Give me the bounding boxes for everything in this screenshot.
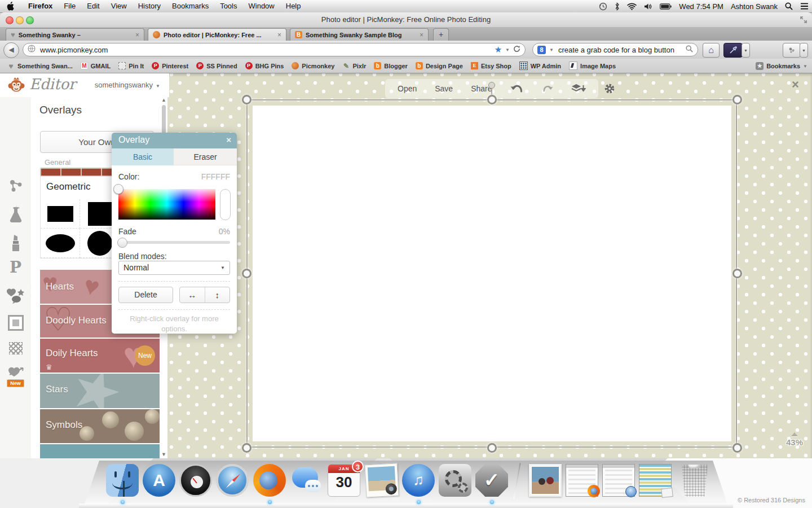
search-input[interactable]: [557, 45, 682, 55]
redo-icon[interactable]: [542, 85, 553, 93]
zoom-indicator[interactable]: 43%: [781, 432, 808, 447]
bookmark-pin-it[interactable]: Pin It: [114, 62, 148, 69]
back-button[interactable]: ◀: [3, 42, 19, 58]
menu-edit[interactable]: Edit: [81, 0, 105, 12]
tab-close-icon[interactable]: ×: [277, 31, 281, 39]
wifi-icon[interactable]: [627, 3, 637, 10]
bookmark-blogger[interactable]: bBlogger: [370, 62, 412, 69]
notification-center-icon[interactable]: [800, 3, 809, 10]
themes-tool-icon[interactable]: [0, 366, 31, 379]
zoom-expand-icon[interactable]: [791, 432, 798, 436]
spotlight-icon[interactable]: [785, 2, 793, 10]
bookmark-ss-pinned[interactable]: PSS Pinned: [192, 62, 241, 69]
text-tool-icon[interactable]: P: [0, 260, 31, 275]
dock-safari-icon[interactable]: [216, 464, 249, 497]
color-picker-handle[interactable]: [113, 184, 123, 194]
panel-scroll-down-icon[interactable]: ▼: [161, 452, 166, 457]
home-button[interactable]: ⌂: [703, 43, 720, 58]
fade-slider[interactable]: [118, 241, 230, 244]
flip-horizontal-button[interactable]: ↔: [180, 287, 205, 303]
tab-close-icon[interactable]: ×: [420, 31, 423, 39]
bookmark-design-page[interactable]: bDesign Page: [412, 62, 467, 69]
tab-close-icon[interactable]: ×: [135, 31, 139, 39]
dock-dashboard-icon[interactable]: [179, 464, 212, 497]
url-input[interactable]: [39, 45, 491, 55]
bookmark-pinterest[interactable]: PPinterest: [148, 62, 192, 69]
dock-system-preferences-icon[interactable]: [439, 464, 471, 497]
color-preview-bar[interactable]: [220, 189, 231, 220]
dock-calendar-icon[interactable]: JAN 30 3: [328, 464, 360, 497]
shape-rectangle[interactable]: [41, 199, 80, 229]
dock-messages-icon[interactable]: [290, 464, 323, 497]
undo-icon[interactable]: [510, 84, 524, 94]
google-search-engine-icon[interactable]: 8: [537, 46, 546, 54]
settings-gear-icon[interactable]: [604, 83, 615, 94]
addon-colorzilla-button[interactable]: [723, 43, 743, 58]
effects-flask-tool-icon[interactable]: [0, 206, 31, 224]
dock-minimized-photo[interactable]: [529, 464, 562, 497]
shape-ellipse[interactable]: [41, 229, 80, 258]
resize-handle-nw[interactable]: [242, 95, 251, 104]
addon-pin-button[interactable]: [783, 43, 801, 58]
bookmark-etsy-shop[interactable]: EEtsy Shop: [467, 62, 515, 69]
bookmark-pixlr[interactable]: ✎Pixlr: [338, 62, 370, 69]
battery-icon[interactable]: [660, 3, 672, 10]
window-titlebar[interactable]: Photo editor | PicMonkey: Free Online Ph…: [0, 12, 812, 28]
flatten-layers-icon[interactable]: [571, 84, 586, 94]
blend-mode-select[interactable]: Normal▼: [118, 261, 230, 275]
search-bar[interactable]: 8 ▼: [532, 43, 698, 56]
dialog-close-icon[interactable]: ×: [226, 135, 231, 144]
menu-bookmarks[interactable]: Bookmarks: [166, 0, 214, 12]
touchup-lipstick-tool-icon[interactable]: [0, 234, 31, 252]
menu-tools[interactable]: Tools: [214, 0, 242, 12]
dock-minimized-safari-window[interactable]: [602, 464, 635, 497]
category-symbols[interactable]: Symbols: [40, 409, 160, 443]
color-spectrum-picker[interactable]: [118, 189, 215, 220]
tab-eraser[interactable]: Eraser: [174, 148, 237, 165]
menubar-app-name[interactable]: Firefox: [23, 0, 58, 12]
time-machine-icon[interactable]: [599, 2, 607, 11]
bookmark-star-icon[interactable]: ★: [495, 45, 502, 55]
menu-help[interactable]: Help: [280, 0, 307, 12]
bookmarks-menu-button[interactable]: ★ Bookmarks▼: [756, 59, 807, 73]
tab-picmonkey-active[interactable]: Photo editor | PicMonkey: Free ... ×: [148, 28, 286, 41]
resize-handle-w[interactable]: [242, 269, 251, 278]
color-hex-value[interactable]: FFFFFF: [201, 172, 230, 181]
textures-tool-icon[interactable]: [0, 342, 31, 354]
open-button[interactable]: Open: [398, 84, 417, 93]
menu-file[interactable]: File: [58, 0, 81, 12]
menubar-user[interactable]: Ashton Swank: [731, 2, 778, 11]
dock-iphoto-icon[interactable]: [365, 463, 399, 498]
frames-tool-icon[interactable]: [0, 315, 31, 331]
bookmark-something-swanky[interactable]: ♥Something Swan...: [3, 62, 77, 69]
dock-appstore-icon[interactable]: A: [143, 464, 175, 497]
overlay-dialog-header[interactable]: Overlay ×: [112, 133, 237, 148]
bluetooth-icon[interactable]: [615, 2, 620, 11]
save-button[interactable]: Save: [435, 84, 453, 93]
menu-history[interactable]: History: [133, 0, 166, 12]
delete-button[interactable]: Delete: [118, 287, 173, 303]
menu-view[interactable]: View: [105, 0, 133, 12]
dock-minimized-firefox-window[interactable]: [566, 464, 598, 497]
canvas[interactable]: [253, 106, 731, 441]
resize-handle-e[interactable]: [732, 269, 742, 278]
resize-handle-se[interactable]: [732, 443, 742, 453]
url-bar[interactable]: ★ ▼: [23, 43, 526, 56]
menubar-clock[interactable]: Wed 7:54 PM: [679, 2, 723, 11]
basic-edits-tool-icon[interactable]: [0, 178, 31, 195]
rotate-handle[interactable]: [488, 82, 495, 89]
resize-handle-n[interactable]: [487, 95, 497, 104]
category-doily-hearts[interactable]: ♥ Doily Hearts New ♛: [40, 339, 160, 373]
bookmark-wp-admin[interactable]: WP Admin: [515, 62, 565, 70]
addon-pin-dropdown[interactable]: ▼: [800, 43, 808, 58]
category-stars[interactable]: Stars: [40, 374, 160, 408]
bookmark-gmail[interactable]: MGMAIL: [77, 62, 114, 69]
resize-handle-sw[interactable]: [242, 443, 251, 453]
apple-menu-icon[interactable]: [7, 2, 15, 11]
close-canvas-icon[interactable]: ×: [792, 79, 799, 90]
dock-itunes-icon[interactable]: ♫: [402, 464, 435, 497]
window-resize-icon[interactable]: [800, 16, 807, 26]
tab-something-swanky[interactable]: ♥ Something Swanky – ×: [6, 28, 144, 41]
flip-vertical-button[interactable]: ↕: [205, 287, 230, 303]
dock-finder-icon[interactable]: [106, 464, 139, 497]
